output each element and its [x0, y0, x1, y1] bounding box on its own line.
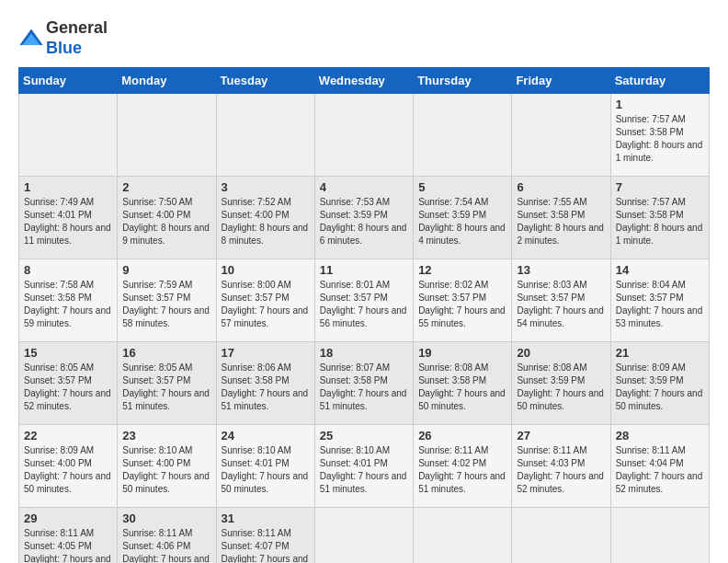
day-number: 17: [222, 346, 310, 360]
day-info: Sunrise: 8:11 AMSunset: 4:02 PMDaylight:…: [418, 445, 506, 494]
calendar-cell: [414, 508, 512, 563]
day-number: 28: [616, 429, 704, 442]
day-info: Sunrise: 7:59 AMSunset: 3:57 PMDaylight:…: [122, 280, 210, 328]
day-info: Sunrise: 8:11 AMSunset: 4:05 PMDaylight:…: [24, 528, 111, 563]
calendar-cell: 23Sunrise: 8:10 AMSunset: 4:00 PMDayligh…: [118, 425, 216, 508]
calendar-cell: [216, 94, 314, 177]
calendar-cell: 13Sunrise: 8:03 AMSunset: 3:57 PMDayligh…: [512, 259, 610, 342]
day-number: 10: [222, 263, 310, 277]
day-number: 21: [616, 346, 704, 360]
day-info: Sunrise: 7:54 AMSunset: 3:59 PMDaylight:…: [418, 197, 506, 246]
calendar-cell: [314, 94, 413, 177]
calendar-cell: 10Sunrise: 8:00 AMSunset: 3:57 PMDayligh…: [216, 259, 314, 342]
day-info: Sunrise: 8:06 AMSunset: 3:58 PMDaylight:…: [222, 362, 309, 411]
calendar-cell: 1Sunrise: 7:49 AMSunset: 4:01 PMDaylight…: [19, 177, 118, 259]
day-number: 5: [418, 180, 506, 194]
day-number: 2: [122, 180, 210, 194]
calendar-cell: 27Sunrise: 8:11 AMSunset: 4:03 PMDayligh…: [512, 425, 610, 508]
col-header-friday: Friday: [512, 68, 610, 94]
calendar-cell: 4Sunrise: 7:53 AMSunset: 3:59 PMDaylight…: [314, 177, 413, 259]
day-number: 18: [320, 346, 408, 360]
day-number: 14: [616, 263, 704, 277]
calendar-cell: 15Sunrise: 8:05 AMSunset: 3:57 PMDayligh…: [19, 342, 118, 425]
calendar-cell: 19Sunrise: 8:08 AMSunset: 3:58 PMDayligh…: [414, 342, 512, 425]
day-info: Sunrise: 8:05 AMSunset: 3:57 PMDaylight:…: [24, 362, 111, 411]
day-info: Sunrise: 8:09 AMSunset: 4:00 PMDaylight:…: [24, 445, 111, 494]
day-info: Sunrise: 8:11 AMSunset: 4:04 PMDaylight:…: [616, 445, 703, 494]
calendar-cell: 6Sunrise: 7:55 AMSunset: 3:58 PMDaylight…: [512, 177, 610, 259]
col-header-sunday: Sunday: [19, 68, 118, 94]
day-info: Sunrise: 8:11 AMSunset: 4:03 PMDaylight:…: [517, 445, 604, 494]
day-number: 30: [122, 511, 210, 525]
day-number: 24: [222, 429, 310, 442]
page-header: General Blue: [18, 18, 710, 58]
day-info: Sunrise: 7:55 AMSunset: 3:58 PMDaylight:…: [517, 197, 604, 246]
day-number: 16: [122, 346, 210, 360]
day-info: Sunrise: 8:08 AMSunset: 3:59 PMDaylight:…: [517, 362, 604, 411]
calendar-cell: [19, 94, 118, 177]
calendar-cell: 2Sunrise: 7:50 AMSunset: 4:00 PMDaylight…: [118, 177, 216, 259]
calendar-cell: 1Sunrise: 7:57 AMSunset: 3:58 PMDaylight…: [610, 94, 709, 177]
calendar-cell: 26Sunrise: 8:11 AMSunset: 4:02 PMDayligh…: [414, 425, 512, 508]
day-number: 15: [24, 346, 112, 360]
day-number: 9: [122, 263, 210, 277]
calendar-cell: 22Sunrise: 8:09 AMSunset: 4:00 PMDayligh…: [19, 425, 118, 508]
day-info: Sunrise: 8:10 AMSunset: 4:01 PMDaylight:…: [320, 445, 407, 494]
logo-blue: Blue: [46, 39, 82, 57]
day-number: 3: [222, 180, 310, 194]
day-info: Sunrise: 8:03 AMSunset: 3:57 PMDaylight:…: [517, 280, 604, 328]
day-info: Sunrise: 8:04 AMSunset: 3:57 PMDaylight:…: [616, 280, 703, 328]
day-number: 13: [517, 263, 605, 277]
calendar-cell: 25Sunrise: 8:10 AMSunset: 4:01 PMDayligh…: [314, 425, 413, 508]
day-number: 7: [616, 180, 704, 194]
day-number: 12: [418, 263, 506, 277]
day-info: Sunrise: 8:09 AMSunset: 3:59 PMDaylight:…: [616, 362, 703, 411]
logo: General Blue: [18, 18, 108, 58]
day-number: 1: [616, 98, 704, 111]
calendar-cell: 5Sunrise: 7:54 AMSunset: 3:59 PMDaylight…: [414, 177, 512, 259]
calendar-cell: 29Sunrise: 8:11 AMSunset: 4:05 PMDayligh…: [19, 508, 118, 563]
col-header-thursday: Thursday: [414, 68, 512, 94]
logo-general: General: [46, 18, 108, 37]
calendar-cell: [414, 94, 512, 177]
day-number: 4: [320, 180, 408, 194]
day-number: 31: [222, 511, 310, 525]
day-number: 27: [517, 429, 605, 442]
day-number: 22: [24, 429, 112, 442]
day-number: 26: [418, 429, 506, 442]
day-info: Sunrise: 8:07 AMSunset: 3:58 PMDaylight:…: [320, 362, 407, 411]
day-info: Sunrise: 7:53 AMSunset: 3:59 PMDaylight:…: [320, 197, 407, 246]
col-header-saturday: Saturday: [610, 68, 709, 94]
day-number: 1: [24, 180, 112, 194]
day-info: Sunrise: 8:05 AMSunset: 3:57 PMDaylight:…: [122, 362, 210, 411]
logo-icon: [18, 26, 44, 52]
day-number: 29: [24, 511, 112, 525]
calendar-cell: 18Sunrise: 8:07 AMSunset: 3:58 PMDayligh…: [314, 342, 413, 425]
calendar-cell: 28Sunrise: 8:11 AMSunset: 4:04 PMDayligh…: [610, 425, 709, 508]
col-header-tuesday: Tuesday: [216, 68, 314, 94]
calendar-table: SundayMondayTuesdayWednesdayThursdayFrid…: [18, 67, 710, 563]
day-info: Sunrise: 7:57 AMSunset: 3:58 PMDaylight:…: [616, 197, 703, 246]
day-info: Sunrise: 8:08 AMSunset: 3:58 PMDaylight:…: [418, 362, 506, 411]
calendar-cell: 12Sunrise: 8:02 AMSunset: 3:57 PMDayligh…: [414, 259, 512, 342]
day-info: Sunrise: 7:57 AMSunset: 3:58 PMDaylight:…: [616, 114, 703, 163]
day-number: 25: [320, 429, 408, 442]
day-info: Sunrise: 7:49 AMSunset: 4:01 PMDaylight:…: [24, 197, 111, 246]
day-info: Sunrise: 7:50 AMSunset: 4:00 PMDaylight:…: [122, 197, 210, 246]
calendar-cell: [314, 508, 413, 563]
calendar-cell: 16Sunrise: 8:05 AMSunset: 3:57 PMDayligh…: [118, 342, 216, 425]
day-info: Sunrise: 7:58 AMSunset: 3:58 PMDaylight:…: [24, 280, 111, 328]
day-info: Sunrise: 8:11 AMSunset: 4:06 PMDaylight:…: [122, 528, 210, 563]
calendar-cell: [610, 508, 709, 563]
day-number: 19: [418, 346, 506, 360]
calendar-cell: 8Sunrise: 7:58 AMSunset: 3:58 PMDaylight…: [19, 259, 118, 342]
day-info: Sunrise: 8:02 AMSunset: 3:57 PMDaylight:…: [418, 280, 506, 328]
calendar-cell: 3Sunrise: 7:52 AMSunset: 4:00 PMDaylight…: [216, 177, 314, 259]
day-number: 23: [122, 429, 210, 442]
day-info: Sunrise: 8:11 AMSunset: 4:07 PMDaylight:…: [222, 528, 309, 563]
day-info: Sunrise: 8:01 AMSunset: 3:57 PMDaylight:…: [320, 280, 407, 328]
col-header-monday: Monday: [118, 68, 216, 94]
calendar-cell: 21Sunrise: 8:09 AMSunset: 3:59 PMDayligh…: [610, 342, 709, 425]
day-info: Sunrise: 7:52 AMSunset: 4:00 PMDaylight:…: [222, 197, 309, 246]
day-info: Sunrise: 8:00 AMSunset: 3:57 PMDaylight:…: [222, 280, 309, 328]
